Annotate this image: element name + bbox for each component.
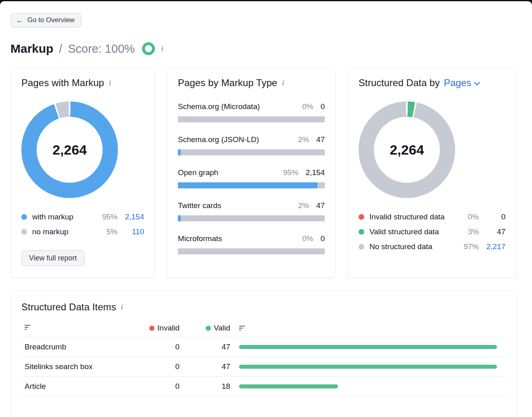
legend-label: Valid structured data (369, 227, 456, 236)
row-value-link[interactable]: 47 (316, 135, 325, 144)
left-arrow-icon: ← (16, 17, 23, 24)
score-ring-indicator (142, 42, 155, 55)
with-markup-value-link[interactable]: 2,154 (118, 213, 144, 221)
donut-hole: 2,264 (37, 117, 103, 183)
go-to-overview-label: Go to Overview (27, 16, 74, 24)
pages-with-markup-title: Pages with Markup (21, 77, 104, 89)
markup-type-row-jsonld: Schema.org (JSON-LD) 2% 47 (178, 135, 325, 155)
sort-by-value-icon[interactable] (239, 325, 246, 331)
invalid-count: 0 (153, 382, 179, 391)
gray-dot-icon (21, 229, 27, 235)
legend-item-with-markup: with markup 95% 2,154 (21, 209, 144, 224)
valid-value: 47 (479, 227, 505, 236)
legend-item-no-structured-data: No structured data 97% 2,217 (359, 239, 505, 254)
progress-track (178, 149, 325, 155)
row-label: Twitter cards (178, 201, 298, 210)
structured-data-donut: 2,264 (359, 101, 455, 198)
markup-type-rows: Schema.org (Microdata) 0% 0 Schema.org (… (178, 102, 325, 254)
invalid-header-label: Invalid (157, 324, 179, 332)
invalid-count: 0 (153, 362, 179, 371)
score-text: Score: 100% (68, 42, 135, 56)
table-header: Invalid Valid (21, 319, 507, 337)
valid-column-header: Valid (179, 324, 230, 332)
legend-item-no-markup: no markup 5% 110 (21, 224, 144, 239)
item-label: Breadcrumb (25, 343, 153, 351)
table-row-sitelinks-search-box[interactable]: Sitelinks search box 0 47 (21, 357, 507, 376)
row-percent: 95% (283, 168, 298, 177)
legend-label: Invalid structured data (369, 213, 456, 221)
score-info-icon[interactable]: i (161, 45, 164, 53)
table-row-article[interactable]: Article 0 18 (21, 376, 507, 396)
page-title: Markup (10, 42, 54, 56)
item-label: Article (25, 382, 153, 391)
red-dot-icon (149, 326, 155, 331)
progress-track (178, 116, 325, 122)
no-markup-value-link[interactable]: 110 (118, 227, 144, 236)
row-label: Schema.org (JSON-LD) (178, 135, 298, 144)
row-percent: 0% (302, 102, 313, 111)
table-row-breadcrumb[interactable]: Breadcrumb 0 47 (21, 337, 507, 357)
legend-label: No structured data (369, 242, 456, 251)
red-dot-icon (359, 214, 364, 220)
pages-by-markup-type-title: Pages by Markup Type (178, 77, 277, 89)
row-percent: 0% (302, 234, 313, 243)
legend-percent: 95% (94, 213, 118, 221)
legend-item-valid: Valid structured data 3% 47 (359, 224, 505, 239)
pages-selector-dropdown[interactable]: Pages (444, 77, 480, 89)
legend-item-invalid: Invalid structured data 0% 0 (359, 209, 505, 224)
invalid-count: 0 (153, 343, 179, 351)
markup-type-row-microformats: Microformats 0% 0 (178, 234, 325, 254)
row-label: Open graph (178, 168, 283, 177)
structured-data-total: 2,264 (390, 142, 424, 158)
row-value-link[interactable]: 2,154 (305, 168, 325, 177)
markup-report-page: ← Go to Overview Markup / Score: 100% i … (0, 1, 532, 417)
progress-fill (178, 182, 318, 188)
invalid-value: 0 (479, 213, 505, 221)
row-value: 0 (320, 102, 325, 111)
valid-bar (239, 345, 497, 349)
markup-type-row-twitter-cards: Twitter cards 2% 47 (178, 201, 325, 221)
progress-track (178, 182, 325, 188)
legend-label: with markup (32, 213, 94, 221)
pages-with-markup-card: Pages with Markup i 2,264 with markup 95… (10, 67, 155, 278)
legend-percent: 3% (456, 227, 479, 236)
structured-data-items-table: Invalid Valid Breadcrumb 0 47 (21, 319, 507, 396)
no-structured-data-value-link[interactable]: 2,217 (479, 242, 505, 251)
row-label: Schema.org (Microdata) (178, 102, 302, 111)
valid-count: 47 (179, 343, 230, 351)
invalid-column-header: Invalid (153, 324, 179, 332)
row-label: Microformats (178, 234, 302, 243)
valid-bar (239, 365, 497, 369)
sort-by-name-icon[interactable] (25, 324, 32, 330)
page-header: Markup / Score: 100% i (10, 42, 518, 56)
chevron-down-icon (474, 82, 480, 86)
pages-by-markup-type-info-icon[interactable]: i (281, 79, 285, 87)
valid-count: 18 (179, 382, 230, 391)
markup-type-row-open-graph: Open graph 95% 2,154 (178, 168, 325, 188)
markup-type-row-microdata: Schema.org (Microdata) 0% 0 (178, 102, 325, 122)
title-separator: / (59, 42, 62, 56)
structured-data-items-card: Structured Data Items i Invalid Valid (10, 291, 518, 417)
selector-label: Pages (444, 77, 471, 89)
legend-percent: 5% (94, 227, 118, 236)
row-value-link[interactable]: 47 (316, 201, 325, 210)
row-percent: 2% (298, 135, 309, 144)
progress-fill (178, 215, 181, 221)
structured-data-items-title: Structured Data Items (21, 301, 116, 313)
pages-with-markup-legend: with markup 95% 2,154 no markup 5% 110 (21, 209, 144, 239)
go-to-overview-button[interactable]: ← Go to Overview (10, 13, 81, 27)
valid-header-label: Valid (214, 324, 230, 332)
structured-data-legend: Invalid structured data 0% 0 Valid struc… (359, 209, 505, 254)
view-full-report-button[interactable]: View full report (21, 250, 85, 266)
structured-data-items-info-icon[interactable]: i (120, 303, 124, 312)
legend-percent: 0% (456, 213, 479, 221)
row-percent: 2% (298, 201, 309, 210)
pages-with-markup-total: 2,264 (52, 142, 87, 158)
pages-with-markup-info-icon[interactable]: i (108, 79, 112, 87)
progress-track (178, 215, 325, 221)
item-label: Sitelinks search box (25, 362, 153, 371)
legend-percent: 97% (456, 242, 479, 251)
row-value: 0 (320, 234, 325, 243)
blue-dot-icon (21, 214, 27, 220)
gray-dot-icon (359, 244, 364, 250)
